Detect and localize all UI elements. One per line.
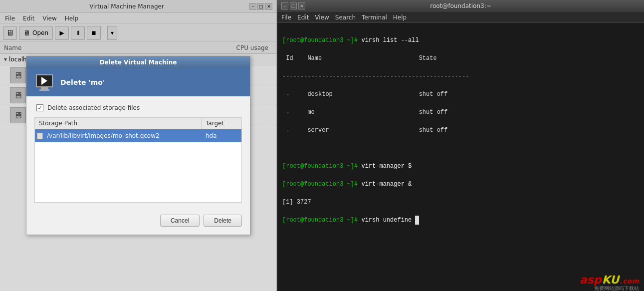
- play-icon: [41, 77, 47, 85]
- terminal-close-button[interactable]: ✕: [298, 2, 305, 9]
- terminal-line: Id Name State: [282, 54, 639, 63]
- watermark-com: com: [623, 277, 639, 285]
- terminal-line: [root@foundation3 ~]# virsh undefine: [282, 216, 639, 225]
- terminal-title: root@foundation3:~: [305, 2, 616, 9]
- terminal-line: [282, 144, 639, 153]
- terminal-menu-view[interactable]: View: [315, 14, 329, 21]
- terminal-menu-help[interactable]: Help: [393, 14, 407, 21]
- delete-vm-dialog: Delete Virtual Machine Delete 'mo': [26, 56, 250, 235]
- terminal-line: - server shut off: [282, 126, 639, 135]
- terminal-line: [root@foundation3 ~]# virsh list --all: [282, 36, 639, 45]
- dialog-buttons: Cancel Delete: [26, 211, 250, 235]
- terminal-content[interactable]: [root@foundation3 ~]# virsh list --all I…: [277, 23, 644, 291]
- table-empty-space: [35, 142, 241, 202]
- terminal-menubar: File Edit View Search Terminal Help: [277, 12, 644, 23]
- watermark-dot: .: [620, 277, 622, 285]
- prompt: [root@foundation3 ~]#: [282, 217, 361, 224]
- storage-path-header: Storage Path: [35, 118, 202, 129]
- vmm-panel: Virtual Machine Manager – □ ✕ File Edit …: [0, 0, 277, 291]
- dialog-vm-name: Delete 'mo': [60, 78, 105, 86]
- terminal-maximize-button[interactable]: □: [290, 2, 297, 9]
- terminal-line: ----------------------------------------…: [282, 72, 639, 81]
- dialog-titlebar: Delete Virtual Machine: [26, 56, 250, 68]
- cursor: [415, 216, 419, 225]
- terminal-line: [root@foundation3 ~]# virt-manager $: [282, 162, 639, 171]
- terminal-menu-search[interactable]: Search: [335, 14, 356, 21]
- terminal-titlebar-left: – □ ✕: [281, 2, 305, 9]
- terminal-line: - desktop shut off: [282, 90, 639, 99]
- delete-storage-checkbox[interactable]: [36, 104, 43, 111]
- dialog-overlay: Delete Virtual Machine Delete 'mo': [0, 0, 276, 291]
- command: virt-manager &: [361, 181, 412, 188]
- terminal-menu-terminal[interactable]: Terminal: [362, 14, 387, 21]
- terminal-panel: – □ ✕ root@foundation3:~ File Edit View …: [277, 0, 644, 291]
- storage-target-header: Target: [202, 118, 241, 129]
- prompt: [root@foundation3 ~]#: [282, 163, 361, 170]
- watermark: asp KU . com 免费网站源码下载站: [580, 274, 639, 286]
- prompt: [root@foundation3 ~]#: [282, 37, 361, 44]
- terminal-minimize-button[interactable]: –: [281, 2, 288, 9]
- storage-table-header: Storage Path Target: [35, 118, 241, 129]
- terminal-line: [1] 3727: [282, 198, 639, 207]
- delete-storage-label: Delete associated storage files: [47, 104, 140, 111]
- cancel-button[interactable]: Cancel: [160, 215, 200, 227]
- storage-table: Storage Path Target /var/lib/libvirt/ima…: [34, 117, 242, 203]
- storage-checkbox-row: Delete associated storage files: [34, 104, 242, 111]
- terminal-menu-file[interactable]: File: [281, 14, 291, 21]
- terminal-window: – □ ✕ root@foundation3:~ File Edit View …: [277, 0, 644, 291]
- terminal-menu-edit[interactable]: Edit: [297, 14, 309, 21]
- watermark-ku: KU: [602, 274, 620, 286]
- row-checkbox-cell: [35, 131, 45, 141]
- delete-button[interactable]: Delete: [204, 215, 242, 227]
- command: virsh list --all: [361, 37, 419, 44]
- watermark-asp: asp: [580, 274, 602, 286]
- row-target: hda: [202, 130, 241, 141]
- row-checkbox[interactable]: [37, 133, 43, 139]
- terminal-line: [root@foundation3 ~]# virt-manager &: [282, 180, 639, 189]
- table-row[interactable]: /var/lib/libvirt/images/mo_shot.qcow2 hd…: [35, 129, 241, 142]
- dialog-vm-info: Delete 'mo': [26, 68, 250, 96]
- terminal-line: - mo shut off: [282, 108, 639, 117]
- vm-stand-foot: [39, 89, 49, 91]
- prompt: [root@foundation3 ~]#: [282, 181, 361, 188]
- row-storage-path: /var/lib/libvirt/images/mo_shot.qcow2: [45, 130, 202, 141]
- vm-screen-icon: [36, 74, 53, 87]
- dialog-title: Delete Virtual Machine: [30, 59, 246, 66]
- dialog-body: Delete associated storage files Storage …: [26, 96, 250, 211]
- dialog-vm-icon: [34, 73, 54, 91]
- terminal-titlebar: – □ ✕ root@foundation3:~: [277, 0, 644, 12]
- watermark-sub: 免费网站源码下载站: [594, 285, 639, 291]
- command: virt-manager $: [361, 163, 412, 170]
- command: virsh undefine: [361, 217, 415, 224]
